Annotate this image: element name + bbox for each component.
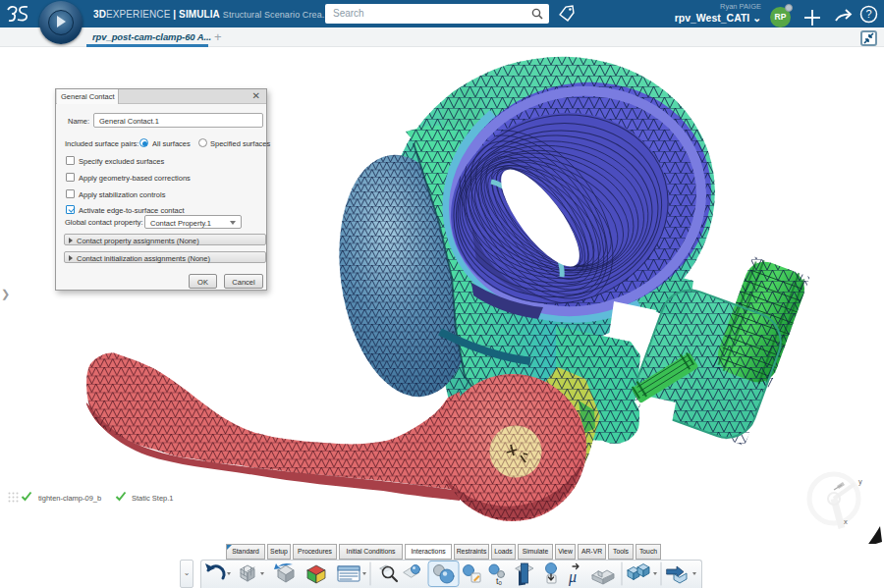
svg-text:μ: μ [568,568,577,586]
svg-text:x: x [844,517,848,526]
svg-text:?: ? [865,8,871,20]
svg-text:y: y [858,477,862,486]
